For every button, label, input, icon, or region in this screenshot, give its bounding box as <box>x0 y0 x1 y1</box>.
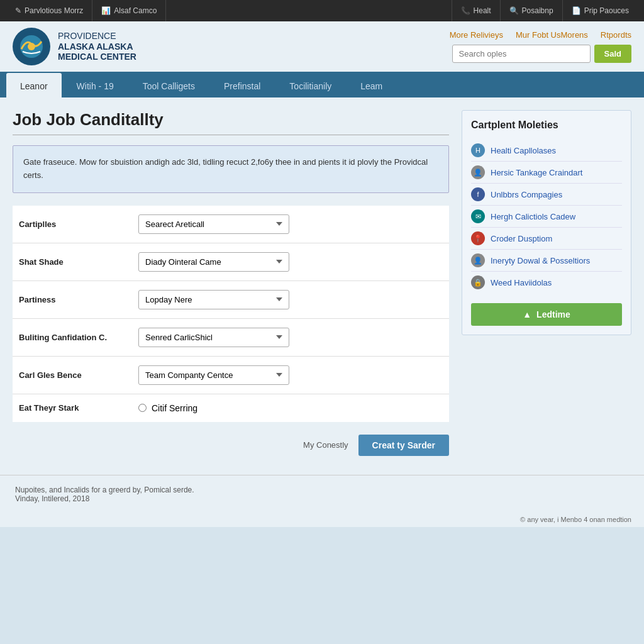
label-partiness: Partiness <box>13 295 138 304</box>
sidebar-icon-6: 🔒 <box>471 275 485 289</box>
sidebar-list: H Healti Capllolases 👤 Hersic Tankage Cr… <box>471 140 622 293</box>
header-nav: More Relivieys Mur Fobt UsMorens Rtpordt… <box>450 30 631 40</box>
nav-link-reports[interactable]: Rtpordts <box>601 30 631 40</box>
topbar-label-1: Alsaf Camco <box>114 6 157 15</box>
select-shatshade[interactable]: Diady Ointeral Came <box>138 252 289 272</box>
control-buliting: Senred CarlicShicl <box>138 328 449 347</box>
search-button[interactable]: Sald <box>594 45 631 63</box>
page-title: Job Job Canditallty <box>13 110 449 130</box>
control-cartiplles: Searect Areticall <box>138 214 449 234</box>
footer-bottom-text: © any vear, i Menbo 4 onan medtion <box>520 516 631 523</box>
topbar-item-posaibnp[interactable]: 🔍 Posaibnp <box>500 0 562 21</box>
cta-icon: ▲ <box>523 309 531 319</box>
logo-text: PROVIDENCE ALASKA ALASKA MEDICAL CENTER <box>58 31 136 62</box>
top-bar: ✎ Parvlotious Morrz 📊 Alsaf Camco 📞 Heal… <box>0 0 644 21</box>
svg-point-2 <box>28 43 35 50</box>
sidebar-icon-0: H <box>471 143 485 157</box>
control-carlgles: Team Companty Centce <box>138 365 449 385</box>
sidebar-item-label-5: Ineryty Dowal & Posseltiors <box>491 256 590 265</box>
tab-tool[interactable]: Tool Calligets <box>129 73 209 97</box>
sidebar-item-label-6: Weed Haviidolas <box>491 278 552 287</box>
sidebar-icon-1: 👤 <box>471 165 485 179</box>
radio-label-citif: Citif Serring <box>152 403 197 413</box>
sidebar-item-5[interactable]: 👤 Ineryty Dowal & Posseltiors <box>471 250 622 272</box>
topbar-label-r2: Prip Paouces <box>584 6 629 15</box>
label-buliting: Buliting Canfidation C. <box>13 333 138 342</box>
right-sidebar: Cartplent Moleties H Healti Capllolases … <box>462 110 631 462</box>
submit-button[interactable]: Creat ty Sarder <box>358 435 449 456</box>
chart-icon: 📊 <box>101 6 111 15</box>
footer-text: Nupoites, and Incalids for a greerd by, … <box>15 486 629 494</box>
sidebar-item-4[interactable]: 📍 Croder Dusptiom <box>471 228 622 250</box>
radio-row: Citif Serring <box>138 403 449 413</box>
header-search: Sald <box>452 45 631 63</box>
select-cartiplles[interactable]: Searect Areticall <box>138 214 289 234</box>
logo-line2: ALASKA ALASKA <box>58 42 136 52</box>
footer: Nupoites, and Incalids for a greerd by, … <box>0 475 644 509</box>
sidebar-item-0[interactable]: H Healti Capllolases <box>471 140 622 162</box>
sidebar-item-label-3: Hergh Calictiols Cadew <box>491 212 575 221</box>
logo-line1: PROVIDENCE <box>58 31 136 42</box>
logo-area: PROVIDENCE ALASKA ALASKA MEDICAL CENTER <box>13 28 136 65</box>
sidebar-item-label-4: Croder Dusptiom <box>491 234 552 243</box>
sidebar-item-2[interactable]: f Unlbbrs Compagies <box>471 184 622 206</box>
nav-link-fobt[interactable]: Mur Fobt UsMorens <box>516 30 588 40</box>
form-row-shatshade: Shat Shade Diady Ointeral Came <box>13 243 449 281</box>
select-partiness[interactable]: Lopday Nere <box>138 290 289 309</box>
sidebar-item-1[interactable]: 👤 Hersic Tankage Craindart <box>471 162 622 184</box>
topbar-item-parvlotious[interactable]: ✎ Parvlotious Morrz <box>6 0 92 21</box>
logo-line3: MEDICAL CENTER <box>58 52 136 62</box>
header: PROVIDENCE ALASKA ALASKA MEDICAL CENTER … <box>0 21 644 72</box>
topbar-item-alsaf[interactable]: 📊 Alsaf Camco <box>92 0 166 21</box>
tab-witih[interactable]: Witih - 19 <box>63 73 128 97</box>
title-divider <box>13 135 449 135</box>
topbar-label-r1: Posaibnp <box>522 6 553 15</box>
sidebar-icon-4: 📍 <box>471 231 485 245</box>
radio-citif[interactable] <box>138 404 147 412</box>
edit-icon: ✎ <box>15 6 21 15</box>
footer-date: Vinday, Intilered, 2018 <box>15 494 629 503</box>
tab-prefinstl[interactable]: Prefinstal <box>210 73 274 97</box>
header-right: More Relivieys Mur Fobt UsMorens Rtpordt… <box>450 30 631 63</box>
tab-leanor[interactable]: Leanor <box>6 73 62 97</box>
topbar-label-r0: Healt <box>474 6 491 15</box>
info-box: Gate fraseuce. Mow for sbuistion andigh … <box>13 145 449 193</box>
form-row-buliting: Buliting Canfidation C. Senred CarlicShi… <box>13 319 449 357</box>
select-carlgles[interactable]: Team Companty Centce <box>138 365 289 385</box>
doc-icon: 📄 <box>572 6 581 15</box>
topbar-item-prip[interactable]: 📄 Prip Paouces <box>562 0 638 21</box>
sidebar-panel: Cartplent Moleties H Healti Capllolases … <box>462 110 631 335</box>
sidebar-icon-5: 👤 <box>471 253 485 267</box>
nav-tabs: Leanor Witih - 19 Tool Calligets Prefins… <box>0 72 644 97</box>
control-shatshade: Diady Ointeral Came <box>138 252 449 272</box>
tab-tocilitianily[interactable]: Tocilitianily <box>275 73 345 97</box>
sidebar-icon-3: ✉ <box>471 209 485 223</box>
sidebar-icon-2: f <box>471 187 485 201</box>
sidebar-item-6[interactable]: 🔒 Weed Haviidolas <box>471 272 622 293</box>
nav-link-reviews[interactable]: More Relivieys <box>450 30 503 40</box>
control-partiness: Lopday Nere <box>138 290 449 309</box>
form-row-carlgles: Carl Gles Bence Team Companty Centce <box>13 357 449 394</box>
cta-button[interactable]: ▲ Ledtime <box>471 303 622 326</box>
top-bar-left: ✎ Parvlotious Morrz 📊 Alsaf Camco <box>6 0 166 21</box>
tab-leam[interactable]: Leam <box>347 73 396 97</box>
footer-bottom: © any vear, i Menbo 4 onan medtion <box>0 509 644 527</box>
topbar-item-healt[interactable]: 📞 Healt <box>452 0 500 21</box>
label-eattheyr: Eat Theyr Stark <box>13 403 138 413</box>
logo-icon <box>13 28 50 65</box>
select-buliting[interactable]: Senred CarlicShicl <box>138 328 289 347</box>
search-input[interactable] <box>452 45 591 63</box>
sidebar-item-label-2: Unlbbrs Compagies <box>491 190 562 199</box>
main-content: Job Job Canditallty Gate fraseuce. Mow f… <box>0 97 644 475</box>
sidebar-item-label-1: Hersic Tankage Craindart <box>491 168 582 177</box>
top-bar-right: 📞 Healt 🔍 Posaibnp 📄 Prip Paouces <box>452 0 638 21</box>
info-text: Gate fraseuce. Mow for sbuistion andigh … <box>23 157 428 180</box>
sidebar-item-label-0: Healti Capllolases <box>491 146 556 155</box>
cancel-button[interactable]: My Conestly <box>303 440 348 450</box>
form-actions: My Conestly Creat ty Sarder <box>13 422 449 462</box>
phone-icon: 📞 <box>461 6 470 15</box>
control-eattheyr: Citif Serring <box>138 403 449 413</box>
search-icon-top: 🔍 <box>509 6 519 15</box>
sidebar-item-3[interactable]: ✉ Hergh Calictiols Cadew <box>471 206 622 228</box>
form-section: Cartiplles Searect Areticall Shat Shade … <box>13 206 449 422</box>
